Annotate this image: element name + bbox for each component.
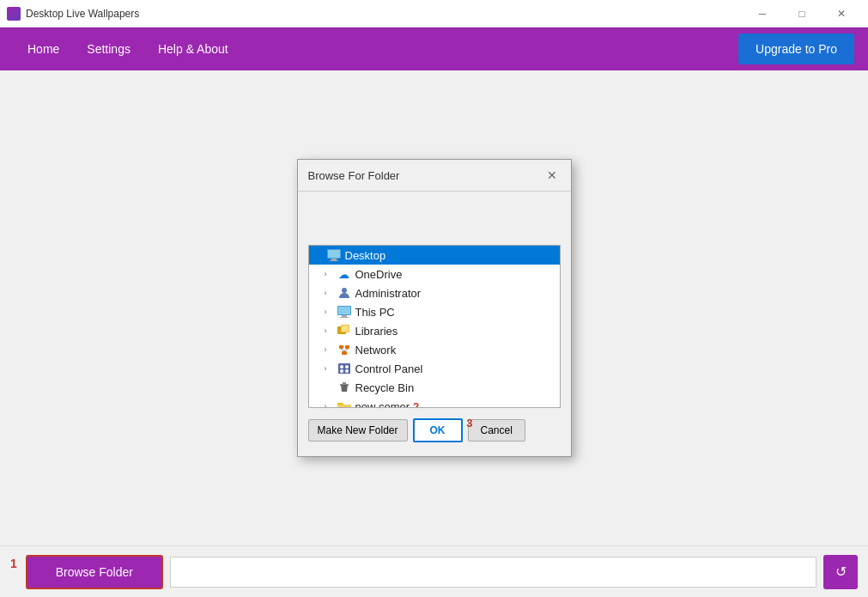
path-input[interactable] — [170, 557, 816, 588]
svg-rect-13 — [345, 345, 349, 349]
svg-rect-2 — [330, 260, 338, 261]
tree-item-newcomer[interactable]: › new comer 2 — [309, 397, 560, 408]
svg-rect-14 — [342, 351, 347, 355]
arrow-network: › — [325, 345, 335, 354]
browse-folder-button[interactable]: Browse Folder — [26, 555, 163, 589]
dialog-footer: Make New Folder OK 3 Cancel — [308, 418, 561, 446]
dialog-body: Desktop › ☁ OneDrive › Administ — [298, 192, 571, 456]
tree-item-desktop[interactable]: Desktop — [309, 246, 560, 265]
arrow-newcomer: › — [325, 402, 335, 408]
minimize-button[interactable]: ─ — [743, 0, 782, 27]
arrow-controlpanel: › — [325, 364, 335, 373]
tree-item-onedrive[interactable]: › ☁ OneDrive — [309, 265, 560, 283]
dialog-titlebar: Browse For Folder ✕ — [298, 160, 571, 192]
arrow-administrator: › — [325, 289, 335, 297]
browse-badge: 1 — [10, 557, 17, 570]
tree-label-libraries: Libraries — [355, 325, 398, 338]
tree-item-network[interactable]: › Network — [309, 340, 560, 359]
tree-item-libraries[interactable]: › Libraries — [309, 321, 560, 340]
maximize-button[interactable]: □ — [782, 0, 822, 27]
app-icon — [7, 7, 21, 21]
ok-button[interactable]: OK — [413, 418, 463, 442]
menu-help-about[interactable]: Help & About — [144, 35, 242, 63]
ok-wrapper: OK 3 — [413, 418, 463, 442]
controlpanel-icon — [337, 362, 352, 375]
arrow-onedrive: › — [325, 270, 335, 278]
dialog-description — [308, 202, 561, 236]
tree-label-administrator: Administrator — [355, 287, 422, 300]
menu-home[interactable]: Home — [14, 35, 73, 63]
tree-item-controlpanel[interactable]: › Control Panel — [309, 359, 560, 378]
svg-rect-17 — [338, 363, 350, 374]
tree-item-thispc[interactable]: › This PC — [309, 302, 560, 321]
newcomer-badge: 2 — [413, 400, 419, 409]
cancel-button[interactable]: Cancel — [468, 419, 525, 442]
svg-rect-3 — [328, 250, 340, 258]
svg-rect-8 — [340, 317, 349, 318]
tree-label-onedrive: OneDrive — [355, 268, 403, 281]
close-button[interactable]: ✕ — [822, 0, 861, 27]
svg-point-4 — [342, 288, 347, 293]
refresh-button[interactable]: ↺ — [823, 555, 858, 589]
menu-bar: Home Settings Help & About Upgrade to Pr… — [0, 27, 868, 70]
tree-label-controlpanel: Control Panel — [355, 362, 423, 375]
newcomer-folder-icon — [337, 399, 352, 408]
desktop-icon — [326, 248, 342, 262]
libraries-icon — [337, 324, 352, 338]
tree-label-newcomer: new comer — [355, 400, 410, 409]
dialog-overlay: Browse For Folder ✕ Desktop — [0, 70, 868, 545]
menu-settings[interactable]: Settings — [73, 35, 144, 63]
tree-label-desktop: Desktop — [345, 249, 386, 262]
svg-point-18 — [340, 365, 343, 369]
main-content: Browse For Folder ✕ Desktop — [0, 70, 868, 545]
tree-label-thispc: This PC — [355, 306, 395, 319]
svg-point-20 — [340, 369, 343, 373]
user-icon — [337, 286, 352, 300]
svg-rect-6 — [338, 307, 350, 314]
dialog-title: Browse For Folder — [308, 169, 400, 182]
arrow-thispc: › — [325, 308, 335, 316]
upgrade-button[interactable]: Upgrade to Pro — [738, 34, 854, 64]
onedrive-icon: ☁ — [337, 267, 352, 281]
dialog-close-button[interactable]: ✕ — [543, 167, 561, 184]
network-icon — [337, 343, 352, 356]
window-controls: ─ □ ✕ — [743, 0, 861, 27]
thispc-icon — [337, 305, 352, 319]
tree-item-recycle[interactable]: › Recycle Bin — [309, 378, 560, 397]
svg-rect-1 — [331, 259, 337, 260]
make-new-folder-button[interactable]: Make New Folder — [308, 419, 408, 442]
title-bar: Desktop Live Wallpapers ─ □ ✕ — [0, 0, 868, 27]
browse-folder-dialog: Browse For Folder ✕ Desktop — [297, 159, 572, 457]
arrow-libraries: › — [325, 326, 335, 335]
recycle-icon — [337, 381, 352, 394]
svg-point-19 — [345, 365, 349, 369]
svg-rect-11 — [342, 326, 349, 332]
bottom-bar: 1 Browse Folder ↺ — [0, 545, 868, 597]
svg-line-15 — [341, 349, 344, 351]
svg-line-16 — [344, 349, 348, 351]
ok-badge: 3 — [466, 417, 472, 429]
tree-label-network: Network — [355, 344, 397, 356]
svg-rect-12 — [339, 345, 343, 349]
app-title: Desktop Live Wallpapers — [26, 8, 743, 20]
svg-rect-7 — [342, 315, 347, 317]
tree-item-administrator[interactable]: › Administrator — [309, 283, 560, 302]
tree-label-recycle: Recycle Bin — [355, 381, 415, 394]
svg-point-21 — [345, 369, 349, 373]
folder-tree[interactable]: Desktop › ☁ OneDrive › Administ — [308, 245, 561, 408]
